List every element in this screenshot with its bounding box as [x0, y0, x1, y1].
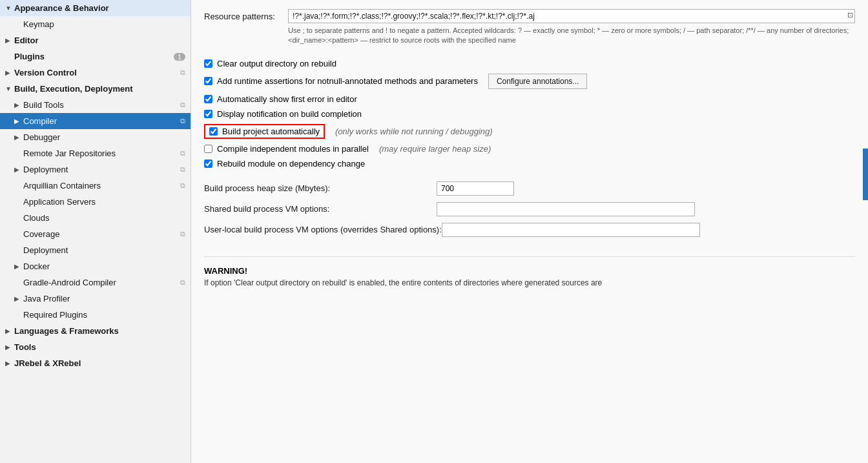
- shared-vm-input[interactable]: [437, 202, 695, 216]
- checkbox-show-first-error[interactable]: [204, 95, 212, 103]
- arrow-icon: ▼: [5, 85, 14, 92]
- checkbox-runtime-assertions[interactable]: [204, 77, 212, 85]
- resource-input-wrap: ⊡ Use ; to separate patterns and ! to ne…: [288, 9, 855, 46]
- heap-size-row: Build process heap size (Mbytes):: [204, 181, 855, 196]
- checkbox-build-auto[interactable]: [209, 127, 218, 136]
- checkbox-label-clear-output: Clear output directory on rebuild: [217, 59, 336, 68]
- arrow-icon: ▶: [14, 166, 23, 173]
- sidebar-item-label: Editor: [14, 36, 185, 45]
- checkbox-row-build-auto: Build project automatically (only works …: [204, 124, 855, 139]
- sidebar-item-label: Deployment: [23, 165, 178, 174]
- resource-patterns-hint: Use ; to separate patterns and ! to nega…: [288, 26, 855, 46]
- copy-icon: ⧉: [180, 101, 185, 109]
- arrow-icon: ▼: [5, 5, 14, 12]
- configure-annotations-button[interactable]: Configure annotations...: [488, 74, 587, 89]
- sidebar-item-gradle-android-compiler[interactable]: Gradle-Android Compiler⧉: [0, 274, 191, 291]
- arrow-icon: ▶: [14, 295, 23, 302]
- checkbox-row-clear-output: Clear output directory on rebuild: [204, 59, 855, 68]
- sidebar-item-java-profiler[interactable]: ▶Java Profiler: [0, 291, 191, 307]
- copy-icon: ⧉: [180, 117, 185, 125]
- sidebar-item-compiler[interactable]: ▶Compiler⧉: [0, 113, 191, 129]
- sidebar-item-label: Required Plugins: [23, 310, 185, 320]
- scroll-accent[interactable]: [863, 149, 868, 200]
- checkbox-row-runtime-assertions: Add runtime assertions for notnull-annot…: [204, 74, 855, 89]
- sidebar-item-label: Coverage: [23, 229, 178, 239]
- arrow-icon: ▶: [14, 263, 23, 270]
- sidebar-item-editor[interactable]: ▶Editor: [0, 32, 191, 48]
- sidebar-item-label: Debugger: [23, 132, 185, 142]
- copy-icon: ⧉: [180, 149, 185, 158]
- sidebar-item-label: Arquillian Containers: [23, 181, 178, 190]
- badge: 1: [174, 53, 185, 61]
- resource-patterns-label: Resource patterns:: [204, 9, 288, 21]
- sidebar-item-languages-frameworks[interactable]: ▶Languages & Frameworks: [0, 323, 191, 339]
- sidebar-item-label: Deployment: [23, 245, 185, 255]
- sidebar-item-label: Clouds: [23, 213, 185, 223]
- user-local-vm-label: User-local build process VM options (ove…: [204, 225, 442, 234]
- sidebar-item-coverage[interactable]: Coverage⧉: [0, 226, 191, 242]
- sidebar-item-docker[interactable]: ▶Docker: [0, 258, 191, 274]
- sidebar-item-deployment2[interactable]: Deployment: [0, 242, 191, 258]
- sidebar-item-plugins[interactable]: Plugins1: [0, 48, 191, 65]
- sidebar-item-label: Keymap: [23, 19, 185, 29]
- sidebar-item-label: Tools: [14, 342, 185, 352]
- sidebar-item-label: Docker: [23, 262, 185, 271]
- resource-patterns-input[interactable]: [288, 9, 855, 23]
- checkbox-rebuild-dependency[interactable]: [204, 159, 212, 168]
- checkbox-label-runtime-assertions: Add runtime assertions for notnull-annot…: [217, 76, 478, 86]
- sidebar-item-debugger[interactable]: ▶Debugger: [0, 129, 191, 145]
- build-auto-note: (only works while not running / debuggin…: [335, 127, 493, 136]
- sidebar-item-version-control[interactable]: ▶Version Control⧉: [0, 65, 191, 81]
- checkbox-label-show-first-error: Automatically show first error in editor: [217, 94, 357, 104]
- sidebar-item-label: Remote Jar Repositories: [23, 149, 178, 158]
- expand-button[interactable]: ⊡: [847, 11, 853, 19]
- copy-icon: ⧉: [180, 181, 185, 190]
- checkbox-compile-parallel[interactable]: [204, 145, 212, 153]
- sidebar-item-deployment[interactable]: ▶Deployment⧉: [0, 161, 191, 178]
- checkbox-build-notification[interactable]: [204, 110, 212, 118]
- sidebar-item-label: Version Control: [14, 68, 178, 77]
- checkbox-label-build-auto: Build project automatically: [222, 127, 320, 136]
- checkbox-row-rebuild-dependency: Rebuild module on dependency change: [204, 159, 855, 169]
- checkboxes-container: Clear output directory on rebuild Add ru…: [204, 59, 855, 169]
- heap-size-input[interactable]: [437, 181, 514, 196]
- arrow-icon: ▶: [14, 134, 23, 141]
- sidebar-item-label: Gradle-Android Compiler: [23, 278, 178, 287]
- arrow-icon: ▶: [5, 69, 14, 76]
- checkbox-clear-output[interactable]: [204, 59, 212, 68]
- sidebar-item-build-execution-deployment[interactable]: ▼Build, Execution, Deployment: [0, 81, 191, 97]
- checkbox-label-rebuild-dependency: Rebuild module on dependency change: [217, 159, 365, 169]
- copy-icon: ⧉: [180, 278, 185, 287]
- sidebar-item-label: Compiler: [23, 116, 178, 126]
- checkbox-note-compile-parallel: (may require larger heap size): [379, 144, 491, 154]
- sidebar-item-clouds[interactable]: Clouds: [0, 210, 191, 226]
- sidebar-item-required-plugins[interactable]: Required Plugins: [0, 307, 191, 323]
- arrow-icon: ▶: [5, 327, 14, 334]
- main-content: Resource patterns: ⊡ Use ; to separate p…: [191, 0, 868, 463]
- copy-icon: ⧉: [180, 68, 185, 77]
- sidebar-item-build-tools[interactable]: ▶Build Tools⧉: [0, 97, 191, 113]
- resource-patterns-row: Resource patterns: ⊡ Use ; to separate p…: [204, 9, 855, 46]
- warning-title: WARNING!: [204, 266, 855, 276]
- checkbox-label-compile-parallel: Compile independent modules in parallel: [217, 144, 369, 154]
- sidebar-item-label: JRebel & XRebel: [14, 358, 185, 368]
- user-local-vm-input[interactable]: [442, 223, 700, 237]
- sidebar-item-keymap[interactable]: Keymap: [0, 16, 191, 32]
- user-local-vm-row: User-local build process VM options (ove…: [204, 223, 855, 237]
- warning-text: If option 'Clear output directory on reb…: [204, 278, 855, 287]
- sidebar-item-appearance-behavior[interactable]: ▼Appearance & Behavior: [0, 0, 191, 16]
- sidebar-item-arquillian-containers[interactable]: Arquillian Containers⧉: [0, 178, 191, 194]
- sidebar-item-jrebel-xrebel[interactable]: ▶JRebel & XRebel: [0, 355, 191, 371]
- sidebar-item-application-servers[interactable]: Application Servers: [0, 194, 191, 210]
- checkbox-row-build-notification: Display notification on build completion: [204, 109, 855, 119]
- sidebar-item-label: Plugins: [14, 52, 171, 61]
- heap-size-label: Build process heap size (Mbytes):: [204, 183, 437, 193]
- sidebar-item-tools[interactable]: ▶Tools: [0, 339, 191, 355]
- arrow-icon: ▶: [14, 101, 23, 108]
- sidebar-item-remote-jar-repos[interactable]: Remote Jar Repositories⧉: [0, 145, 191, 161]
- build-auto-highlight-box: Build project automatically: [204, 124, 325, 139]
- arrow-icon: ▶: [5, 360, 14, 367]
- sidebar: ▼Appearance & BehaviorKeymap▶EditorPlugi…: [0, 0, 191, 463]
- arrow-icon: ▶: [14, 118, 23, 125]
- sidebar-item-label: Appearance & Behavior: [14, 3, 185, 13]
